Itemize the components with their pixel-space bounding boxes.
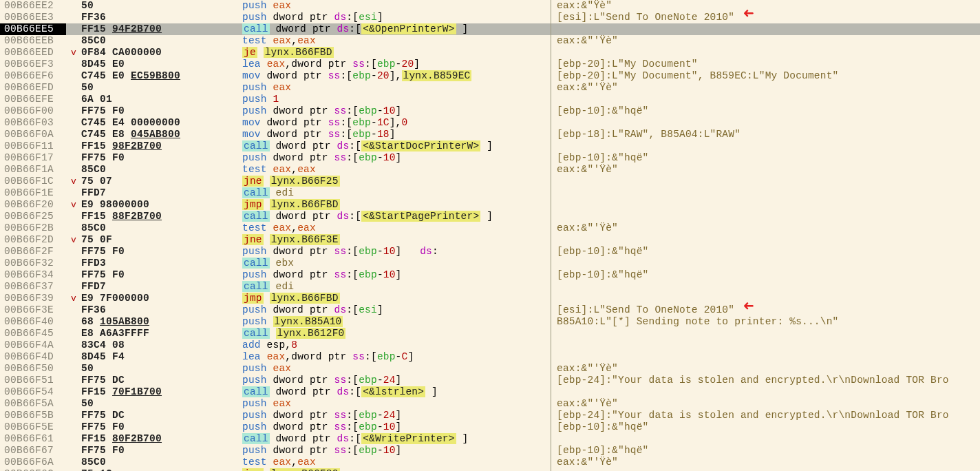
disasm-row[interactable]: 00B66F1Cv75 07jne lynx.B66F25 (0, 176, 980, 187)
disassembly-cell: push eax (241, 398, 551, 410)
bytes-cell: 75 07 (81, 176, 241, 187)
disasm-row[interactable]: 00B66F54FF15 70F1B700call dword ptr ds:[… (0, 386, 980, 398)
disasm-row[interactable]: 00B66EEDv0F84 CA000000je lynx.B66FBD (0, 47, 980, 59)
disassembly-cell: push 1 (241, 94, 551, 105)
bytes-cell: FF36 (81, 12, 241, 23)
jump-arrow-icon: v (66, 293, 81, 304)
disassembly-cell: je lynx.B66FBD (241, 47, 551, 59)
disasm-row[interactable]: 00B66F1EFFD7call edi (0, 187, 980, 199)
disasm-row[interactable]: 00B66F6Cv75 12jne lynx.B66F80 (0, 468, 980, 471)
comment-cell: eax:&"Ÿè" (551, 0, 980, 12)
disasm-row[interactable]: 00B66F5BFF75 DCpush dword ptr ss:[ebp-24… (0, 410, 980, 421)
disasm-row[interactable]: 00B66F3EFF36push dword ptr ds:[esi][esi]… (0, 304, 980, 316)
disasm-row[interactable]: 00B66EE250push eaxeax:&"Ÿè" (0, 0, 980, 12)
disasm-row[interactable]: 00B66F2FFF75 F0push dword ptr ss:[ebp-10… (0, 246, 980, 258)
disasm-row[interactable]: 00B66EF38D45 E0lea eax,dword ptr ss:[ebp… (0, 59, 980, 70)
comment-cell (551, 328, 980, 339)
disasm-row[interactable]: 00B66F67FF75 F0push dword ptr ss:[ebp-10… (0, 445, 980, 457)
address-cell: 00B66F6A (0, 457, 66, 468)
address-cell: 00B66F2F (0, 246, 66, 258)
disasm-row[interactable]: 00B66EE3FF36push dword ptr ds:[esi][esi]… (0, 12, 980, 23)
disassembly-cell: mov dword ptr ss:[ebp-20],lynx.B859EC (241, 70, 551, 82)
comment-cell (551, 386, 980, 398)
disassembly-cell: push dword ptr ss:[ebp-10] ds: (241, 246, 551, 258)
disasm-row[interactable]: 00B66F25FF15 88F2B700call dword ptr ds:[… (0, 211, 980, 222)
bytes-cell: 85C0 (81, 164, 241, 176)
disassembly-cell: push dword ptr ss:[ebp-24] (241, 410, 551, 421)
bytes-cell: C745 E0 EC59B800 (81, 70, 241, 82)
jump-arrow-icon (66, 328, 81, 339)
comment-cell (551, 117, 980, 129)
disasm-row[interactable]: 00B66F39vE9 7F000000jmp lynx.B66FBD (0, 293, 980, 304)
jump-arrow-icon (66, 339, 81, 351)
address-cell: 00B66F40 (0, 316, 66, 328)
comment-cell (551, 187, 980, 199)
disasm-row[interactable]: 00B66F2B85C0test eax,eaxeax:&"'Ÿè" (0, 222, 980, 234)
comment-cell: eax:&"'Ÿè" (551, 82, 980, 94)
disasm-row[interactable]: 00B66F37FFD7call edi (0, 281, 980, 293)
disasm-row[interactable]: 00B66F34FF75 F0push dword ptr ss:[ebp-10… (0, 269, 980, 281)
comment-cell (551, 339, 980, 351)
comment-cell: B85A10:L"[*] Sending note to printer: %s… (551, 316, 980, 328)
disasm-row[interactable]: 00B66EF6C745 E0 EC59B800mov dword ptr ss… (0, 70, 980, 82)
address-cell: 00B66F61 (0, 433, 66, 445)
comment-cell (551, 468, 980, 471)
address-cell: 00B66F0A (0, 129, 66, 140)
address-cell: 00B66F39 (0, 293, 66, 304)
disasm-row[interactable]: 00B66F5EFF75 F0push dword ptr ss:[ebp-10… (0, 421, 980, 433)
disasm-row[interactable]: 00B66F4068 105AB800push lynx.B85A10B85A1… (0, 316, 980, 328)
comment-cell: [esi]:L"Send To OneNote 2010" (551, 304, 980, 316)
disassembly-cell: mov dword ptr ss:[ebp-1C],0 (241, 117, 551, 129)
disasm-row[interactable]: 00B66EEB85C0test eax,eaxeax:&"'Ÿè" (0, 35, 980, 47)
address-cell: 00B66EED (0, 47, 66, 59)
address-cell: 00B66F45 (0, 328, 66, 339)
disassembly-cell: push lynx.B85A10 (241, 316, 551, 328)
disasm-row[interactable]: 00B66F2Dv75 0Fjne lynx.B66F3E (0, 234, 980, 246)
address-cell: 00B66EFE (0, 94, 66, 105)
bytes-cell: 8D45 F4 (81, 351, 241, 363)
disasm-row[interactable]: 00B66F61FF15 80F2B700call dword ptr ds:[… (0, 433, 980, 445)
disasm-row[interactable]: 00B66F51FF75 DCpush dword ptr ss:[ebp-24… (0, 375, 980, 386)
bytes-cell: 50 (81, 0, 241, 12)
bytes-cell: 50 (81, 82, 241, 94)
disasm-row[interactable]: 00B66F4D8D45 F4lea eax,dword ptr ss:[ebp… (0, 351, 980, 363)
bytes-cell: 85C0 (81, 222, 241, 234)
disasm-row[interactable]: 00B66F0AC745 E8 045AB800mov dword ptr ss… (0, 129, 980, 140)
disasm-row[interactable]: 00B66F5050push eaxeax:&"'Ÿè" (0, 363, 980, 375)
comment-cell: [esi]:L"Send To OneNote 2010" (551, 12, 980, 23)
comment-cell: [ebp-24]:"Your data is stolen and encryp… (551, 410, 980, 421)
comment-cell (551, 47, 980, 59)
comment-cell (551, 23, 980, 35)
jump-arrow-icon (66, 0, 81, 12)
disassembly-cell: push dword ptr ds:[esi] (241, 12, 551, 23)
disasm-row[interactable]: 00B66F17FF75 F0push dword ptr ss:[ebp-10… (0, 152, 980, 164)
disassembly-cell: push dword ptr ss:[ebp-10] (241, 269, 551, 281)
address-cell: 00B66F4A (0, 339, 66, 351)
address-cell: 00B66F5B (0, 410, 66, 421)
disassembly-cell: jmp lynx.B66FBD (241, 293, 551, 304)
disasm-row[interactable]: 00B66F00FF75 F0push dword ptr ss:[ebp-10… (0, 105, 980, 117)
address-cell: 00B66EF6 (0, 70, 66, 82)
disasm-row[interactable]: 00B66F32FFD3call ebx (0, 258, 980, 269)
disasm-row[interactable]: 00B66EFD50push eaxeax:&"'Ÿè" (0, 82, 980, 94)
disasm-row[interactable]: 00B66F1A85C0test eax,eaxeax:&"'Ÿè" (0, 164, 980, 176)
disasm-row[interactable]: 00B66F4A83C4 08add esp,8 (0, 339, 980, 351)
disassembly-cell: push dword ptr ss:[ebp-10] (241, 152, 551, 164)
jump-arrow-icon (66, 457, 81, 468)
disasm-row[interactable]: 00B66F20vE9 98000000jmp lynx.B66FBD (0, 199, 980, 211)
disassembly-cell: push dword ptr ds:[esi] (241, 304, 551, 316)
bytes-cell: 83C4 08 (81, 339, 241, 351)
disasm-row[interactable]: 00B66F45E8 A6A3FFFFcall lynx.B612F0 (0, 328, 980, 339)
disassembly-listing[interactable]: 00B66EE250push eaxeax:&"Ÿè"00B66EE3FF36p… (0, 0, 980, 471)
disasm-row[interactable]: 00B66F5A50push eaxeax:&"'Ÿè" (0, 398, 980, 410)
jump-arrow-icon (66, 105, 81, 117)
disasm-row[interactable]: 00B66EFE6A 01push 1 (0, 94, 980, 105)
disasm-row[interactable]: 00B66F6A85C0test eax,eaxeax:&"'Ÿè" (0, 457, 980, 468)
comment-cell: [ebp-18]:L"RAW", B85A04:L"RAW" (551, 129, 980, 140)
address-cell: 00B66F34 (0, 269, 66, 281)
bytes-cell: 75 0F (81, 234, 241, 246)
disasm-row[interactable]: 00B66F11FF15 98F2B700call dword ptr ds:[… (0, 140, 980, 152)
jump-arrow-icon: v (66, 47, 81, 59)
disasm-row[interactable]: 00B66EE5FF15 94F2B700call dword ptr ds:[… (0, 23, 980, 35)
disasm-row[interactable]: 00B66F03C745 E4 00000000mov dword ptr ss… (0, 117, 980, 129)
